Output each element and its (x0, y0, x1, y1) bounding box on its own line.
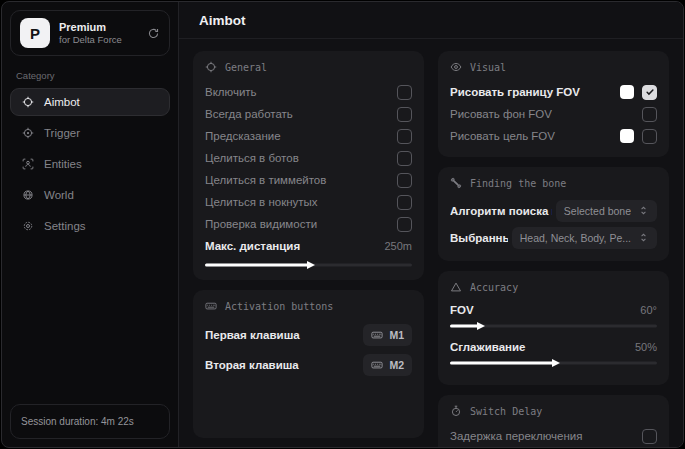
bone-row: Выбранные косHead, Neck, Body, Pe... (450, 224, 657, 251)
row-label: Выбранные кос (450, 232, 508, 244)
color-swatch[interactable] (620, 129, 634, 143)
select-value: Head, Neck, Body, Pe... (520, 232, 631, 244)
checkbox[interactable] (397, 195, 412, 210)
row-label: Задержка переключения (450, 430, 634, 442)
checkbox[interactable] (397, 107, 412, 122)
row-value: 50% (635, 341, 657, 353)
toggle-row: Проверка видимости (205, 213, 412, 235)
session-duration: Session duration: 4m 22s (10, 404, 170, 439)
bone-algorithm-select[interactable]: Selected bone (556, 200, 657, 222)
section-title: General (225, 62, 267, 73)
row-label: Алгоритм поиска кост (450, 205, 552, 217)
distance-row: Макс. дистанция250m (205, 235, 412, 257)
keybind-value: M2 (389, 359, 404, 371)
gear-icon (22, 220, 34, 232)
refresh-icon[interactable] (147, 27, 160, 40)
slider-row: FOV60° (450, 301, 657, 331)
sort-icon (638, 232, 649, 243)
section-title: Activation buttons (225, 301, 333, 312)
section-header: Accuracy (450, 281, 657, 293)
row-label: Рисовать цель FOV (450, 130, 612, 142)
sidebar-item-entities[interactable]: Entities (10, 150, 170, 178)
section-title: Finding the bone (470, 178, 566, 189)
keyboard-icon (371, 359, 383, 371)
left-column: GeneralВключитьВсегда работатьПредсказан… (193, 51, 424, 435)
row-label: Всегда работать (205, 108, 389, 120)
finding-the-bone-card: Finding the boneАлгоритм поиска костSele… (438, 167, 669, 261)
fov-slider[interactable] (450, 321, 657, 331)
color-swatch[interactable] (620, 85, 634, 99)
row-label: Рисовать границу FOV (450, 86, 612, 98)
slider-fill (450, 325, 479, 328)
toggle-row: Включить (205, 81, 412, 103)
checkbox[interactable] (397, 173, 412, 188)
checkbox[interactable] (397, 129, 412, 144)
visual-row: Рисовать границу FOV (450, 81, 657, 103)
row-label: Целиться в ботов (205, 152, 389, 164)
slider-head: FOV60° (450, 301, 657, 318)
globe-icon (22, 189, 34, 201)
row-label: Рисовать фон FOV (450, 108, 634, 120)
sidebar-item-world[interactable]: World (10, 181, 170, 209)
toggle-row: Целиться в нокнутых (205, 191, 412, 213)
toggle-row: Целиться в ботов (205, 147, 412, 169)
app-logo: P (20, 18, 50, 48)
slider-thumb[interactable] (552, 359, 560, 367)
max-distance-slider[interactable] (205, 260, 412, 270)
row-controls (642, 107, 657, 122)
main-panel: Aimbot GeneralВключитьВсегда работатьПре… (178, 2, 683, 447)
visual-card: VisualРисовать границу FOVРисовать фон F… (438, 51, 669, 157)
sidebar-item-settings[interactable]: Settings (10, 212, 170, 240)
row-value: 60° (640, 304, 657, 316)
sidebar: P Premium for Delta Force Category Aimbo… (2, 2, 178, 447)
right-column: VisualРисовать границу FOVРисовать фон F… (438, 51, 669, 435)
section-header: Finding the bone (450, 177, 657, 189)
select-value: Selected bone (564, 205, 631, 217)
checkbox[interactable] (642, 129, 657, 144)
slider-thumb[interactable] (477, 322, 485, 330)
category-label: Category (16, 70, 164, 81)
section-title: Switch Delay (470, 406, 542, 417)
row-label: FOV (450, 304, 640, 316)
keybind-button[interactable]: M2 (363, 354, 412, 376)
product-info: Premium for Delta Force (59, 21, 138, 45)
check-icon (645, 87, 655, 97)
keyboard-icon (371, 329, 383, 341)
content-area: GeneralВключитьВсегда работатьПредсказан… (179, 39, 683, 447)
section-header: Switch Delay (450, 405, 657, 417)
sidebar-item-label: Aimbot (44, 96, 80, 108)
crosshair-icon (22, 96, 34, 108)
sidebar-item-label: Trigger (44, 127, 80, 139)
switch-delay-card: Switch DelayЗадержка переключенияЗадержк… (438, 395, 669, 447)
premium-card: P Premium for Delta Force (10, 10, 170, 56)
keybind-label: Вторая клавиша (205, 359, 363, 371)
keybind-button[interactable]: M1 (363, 324, 412, 346)
slider-fill (450, 362, 554, 365)
keybind-value: M1 (389, 329, 404, 341)
general-card: GeneralВключитьВсегда работатьПредсказан… (193, 51, 424, 280)
keyboard-icon (205, 300, 217, 312)
checkbox[interactable] (397, 151, 412, 166)
smoothing-slider[interactable] (450, 358, 657, 368)
checkbox[interactable] (642, 85, 657, 100)
sidebar-item-aimbot[interactable]: Aimbot (10, 88, 170, 116)
product-name: Premium (59, 21, 138, 33)
sidebar-item-trigger[interactable]: Trigger (10, 119, 170, 147)
keybind-row: Вторая клавишаM2 (205, 350, 412, 380)
row-label: Проверка видимости (205, 218, 389, 230)
row-controls (620, 129, 657, 144)
bone-row: Алгоритм поиска костSelected bone (450, 197, 657, 224)
checkbox[interactable] (642, 107, 657, 122)
row-label: Предсказание (205, 130, 389, 142)
checkbox[interactable] (397, 217, 412, 232)
row-label: Целиться в тиммейтов (205, 174, 389, 186)
slider-thumb[interactable] (307, 261, 315, 269)
toggle-row: Предсказание (205, 125, 412, 147)
checkbox[interactable] (397, 85, 412, 100)
activation-buttons-card: Activation buttonsПервая клавишаM1Вторая… (193, 290, 424, 438)
accuracy-card: AccuracyFOV60°Сглаживание50% (438, 271, 669, 385)
triangle-icon (450, 281, 462, 293)
selected-bones-select[interactable]: Head, Neck, Body, Pe... (512, 227, 657, 249)
crosshair-icon (205, 61, 217, 73)
checkbox[interactable] (642, 429, 657, 444)
